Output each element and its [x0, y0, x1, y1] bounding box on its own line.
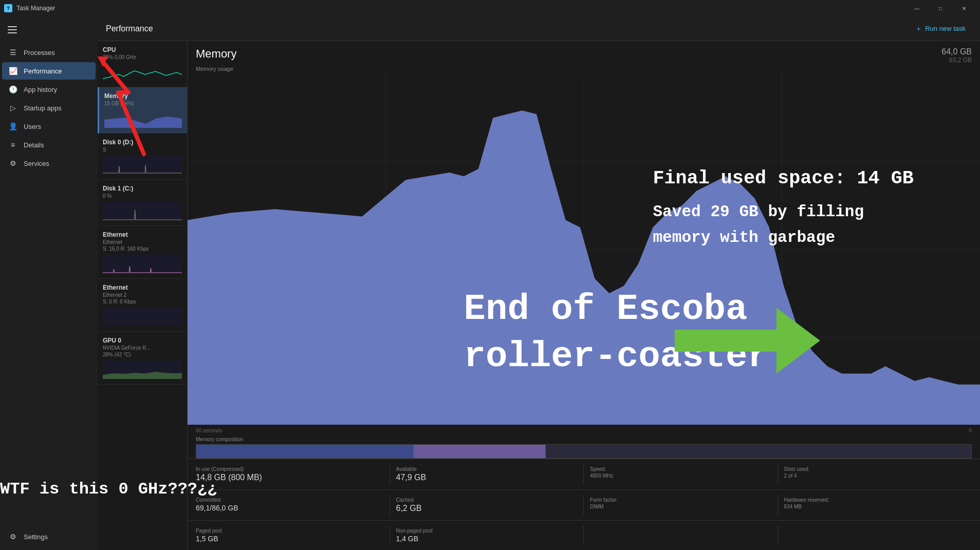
paged-label: Paged pool	[196, 528, 383, 534]
stat-reserved: Hardware reserved: 834 MB	[778, 495, 972, 515]
gpu0-name: GPU 0	[103, 337, 121, 344]
stat-empty2	[778, 526, 972, 545]
sidebar-item-performance[interactable]: 📈 Performance	[2, 62, 96, 80]
stat-paged: Paged pool 1,5 GB	[196, 526, 390, 545]
maximize-button[interactable]: □	[929, 0, 952, 16]
users-icon: 👤	[8, 122, 17, 131]
svg-rect-1	[103, 156, 182, 174]
svg-rect-3	[103, 255, 182, 273]
stats-row1: In use (Compressed) 14,8 GB (800 MB) Ava…	[188, 459, 980, 489]
svg-text:Saved 29 GB by filling: Saved 29 GB by filling	[653, 203, 864, 221]
time-axis: 60 seconds 0	[188, 427, 980, 434]
form-value: DIMM	[590, 504, 771, 509]
memory-name: Memory	[104, 92, 128, 100]
graph-header: Memory 64,0 GB 63,2 GB	[188, 41, 980, 66]
run-task-icon: ＋	[915, 24, 922, 33]
cpu-subtitle: 29% 0,00 GHz	[103, 54, 182, 60]
eth1-mini-graph	[103, 255, 182, 273]
perf-item-gpu0[interactable]: GPU 0 NVIDIA GeForce R... 28% (42 °C)	[98, 332, 187, 385]
perf-item-ethernet1[interactable]: Ethernet Ethernet S: 16,0 R: 160 Kbps	[98, 226, 187, 279]
sidebar-label-processes: Processes	[24, 49, 55, 56]
app-icon: T	[4, 4, 12, 12]
perf-device-sidebar: CPU 29% 0,00 GHz Memory 15 GB (24%)	[98, 41, 188, 550]
cached-value: 6,2 GB	[396, 504, 578, 513]
sidebar-label-app-history: App history	[24, 86, 57, 93]
gpu0-mini-graph	[103, 361, 182, 379]
sidebar-label-settings: Settings	[24, 533, 48, 541]
speed-value: 4800 MHz	[590, 473, 771, 479]
run-task-button[interactable]: ＋ Run new task	[909, 21, 972, 36]
app-history-icon: 🕐	[8, 85, 17, 94]
stat-speed: Speed: 4800 MHz	[584, 464, 778, 484]
in-use-value: 14,8 GB (800 MB)	[196, 473, 383, 482]
available-label: Available	[396, 466, 578, 472]
eth2-subtitle: Ethernet 2	[103, 292, 182, 298]
available-value: 47,9 GB	[396, 473, 578, 482]
stats-row2: Committed 69,1/86,0 GB Cached 6,2 GB For…	[188, 489, 980, 520]
committed-label: Committed	[196, 497, 383, 503]
stats-row3: Paged pool 1,5 GB Non-paged pool 1,4 GB	[188, 520, 980, 550]
sidebar-label-details: Details	[24, 141, 44, 149]
committed-value: 69,1/86,0 GB	[196, 504, 383, 512]
svg-text:memory with garbage: memory with garbage	[653, 229, 835, 246]
stat-nonpaged: Non-paged pool 1,4 GB	[390, 526, 584, 545]
comp-in-use	[196, 445, 413, 458]
speed-label: Speed:	[590, 466, 771, 472]
stat-in-use: In use (Compressed) 14,8 GB (800 MB)	[196, 464, 390, 484]
hamburger-icon	[8, 26, 17, 33]
sidebar-item-details[interactable]: ≡ Details	[2, 136, 96, 154]
hamburger-button[interactable]	[2, 21, 23, 39]
time-label-right: 0	[969, 428, 972, 433]
content-header: Performance ＋ Run new task	[98, 16, 980, 41]
eth2-mini-graph	[103, 308, 182, 326]
sidebar-label-users: Users	[24, 123, 41, 130]
sidebar-item-startup-apps[interactable]: ▷ Startup apps	[2, 99, 96, 117]
comp-free	[545, 445, 971, 458]
services-icon: ⚙	[8, 159, 17, 168]
memory-subtitle: 15 GB (24%)	[104, 101, 182, 106]
form-label: Form factor:	[590, 497, 771, 503]
svg-text:Final used space: 14 GB: Final used space: 14 GB	[653, 167, 913, 189]
minimize-button[interactable]: —	[905, 0, 929, 16]
perf-item-disk0[interactable]: Disk 0 (D:) S	[98, 134, 187, 180]
svg-text:End of Escoba: End of Escoba	[464, 289, 748, 330]
sidebar-item-services[interactable]: ⚙ Services	[2, 155, 96, 172]
cached-label: Cached	[396, 497, 578, 503]
stat-form: Form factor: DIMM	[584, 495, 778, 515]
perf-item-cpu[interactable]: CPU 29% 0,00 GHz	[98, 41, 187, 87]
sidebar-item-users[interactable]: 👤 Users	[2, 118, 96, 135]
perf-item-memory[interactable]: Memory 15 GB (24%)	[98, 87, 187, 134]
disk0-name: Disk 0 (D:)	[103, 139, 133, 146]
sidebar-label-performance: Performance	[24, 67, 62, 75]
sidebar-item-processes[interactable]: ☰ Processes	[2, 44, 96, 61]
settings-icon: ⚙	[8, 532, 17, 541]
processes-icon: ☰	[8, 48, 17, 57]
perf-item-disk1[interactable]: Disk 1 (C:) 0 %	[98, 180, 187, 226]
details-icon: ≡	[8, 140, 17, 149]
disk1-mini-graph	[103, 202, 182, 220]
reserved-value: 834 MB	[784, 504, 966, 509]
close-button[interactable]: ✕	[952, 0, 976, 16]
disk1-name: Disk 1 (C:)	[103, 185, 133, 192]
svg-marker-0	[104, 117, 182, 128]
composition-label: Memory composition	[196, 437, 972, 442]
eth1-subtitle: Ethernet	[103, 239, 182, 245]
performance-icon: 📈	[8, 66, 17, 75]
time-label-left: 60 seconds	[196, 428, 222, 433]
sidebar-item-app-history[interactable]: 🕐 App history	[2, 81, 96, 98]
perf-item-ethernet2[interactable]: Ethernet Ethernet 2 S: 0 R: 0 Kbps	[98, 279, 187, 332]
disk0-mini-graph	[103, 156, 182, 174]
memory-mini-graph	[104, 109, 182, 128]
sidebar-item-settings[interactable]: ⚙ Settings	[2, 528, 96, 545]
eth1-name: Ethernet	[103, 231, 128, 238]
graph-total-main: 64,0 GB	[941, 47, 972, 56]
svg-rect-2	[103, 202, 182, 220]
cpu-mini-graph	[103, 63, 182, 82]
stat-empty1	[584, 526, 778, 545]
stat-committed: Committed 69,1/86,0 GB	[196, 495, 390, 515]
sidebar-label-services: Services	[24, 160, 49, 167]
eth2-speed: S: 0 R: 0 Kbps	[103, 299, 182, 305]
slots-label: Slots used:	[784, 466, 966, 472]
slots-value: 2 of 4	[784, 473, 966, 479]
graph-subtitle: Memory usage	[188, 66, 980, 72]
